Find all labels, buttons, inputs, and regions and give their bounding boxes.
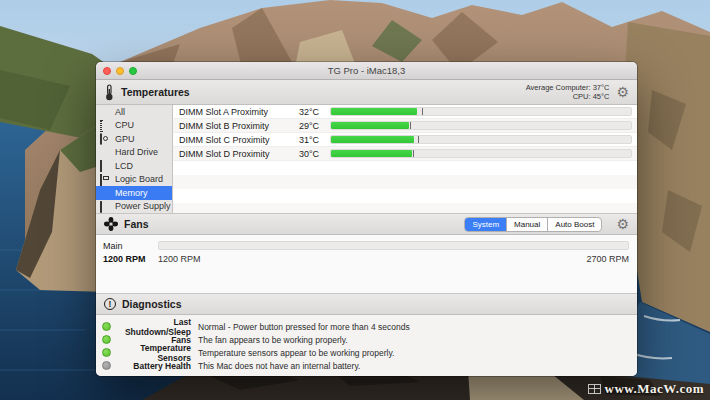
fans-header: Fans System Manual Auto Boost ⚙ [96,213,637,235]
cpu-temp-value: 45°C [593,92,610,101]
gpu-icon [100,134,111,143]
temp-bar [330,107,632,116]
diagnostics-title: Diagnostics [122,298,182,310]
minimize-button[interactable] [116,67,124,75]
sidebar-item-logic-board[interactable]: Logic Board [96,173,172,187]
sidebar-item-hard-drive[interactable]: Hard Drive [96,146,172,160]
sidebar-item-cpu[interactable]: CPU [96,119,172,133]
status-dot [102,348,111,357]
diag-row-temperature-sensors: Temperature Sensors Temperature sensors … [96,346,637,359]
status-dot [102,335,111,344]
avg-computer-value: 37°C [593,83,610,92]
sensor-category-sidebar: All CPU GPU Hard Drive LCD Logic Board M… [96,105,173,213]
temp-row-dimm-a: DIMM Slot A Proximity 32°C [173,105,637,119]
diagnostics-panel: Last Shutdown/Sleep Normal - Power butto… [96,315,637,376]
cpu-chip-icon [100,121,111,130]
logic-board-icon [100,175,111,184]
temp-row-dimm-b: DIMM Slot B Proximity 29°C [173,119,637,133]
thermometer-icon [104,84,115,101]
window-title: TG Pro - iMac18,3 [328,65,406,76]
watermark-text: www.MacW.com [605,381,704,397]
fan-mode-auto-boost[interactable]: Auto Boost [548,218,601,231]
watermark: www.MacW.com [588,381,704,397]
temp-value: 30°C [299,149,330,159]
empty-rows-filler [173,161,637,213]
fan-name-label: Main [103,241,123,251]
sidebar-item-memory[interactable]: Memory [96,186,172,200]
diag-row-battery-health: Battery Health This Mac does not have an… [96,359,637,372]
mac-icon [100,107,111,116]
lcd-display-icon [100,161,111,170]
fan-mode-manual[interactable]: Manual [507,218,548,231]
zoom-button[interactable] [129,67,137,75]
fan-mode-system[interactable]: System [465,218,507,231]
memory-ram-icon [100,188,111,197]
exclamation-circle-icon: ! [104,298,116,310]
temp-value: 29°C [299,121,330,131]
sidebar-item-all[interactable]: All [96,105,172,119]
fan-icon [104,217,118,231]
fan-mode-segmented-control: System Manual Auto Boost [464,217,602,232]
tg-pro-window: TG Pro - iMac18,3 Temperatures Average C… [96,62,637,376]
temperatures-title: Temperatures [121,86,190,98]
diag-row-last-shutdown: Last Shutdown/Sleep Normal - Power butto… [96,320,637,333]
fans-title: Fans [124,218,149,230]
sidebar-item-lcd[interactable]: LCD [96,159,172,173]
traffic-lights [103,67,137,75]
temp-value: 31°C [299,135,330,145]
temperatures-settings-gear-icon[interactable]: ⚙ [616,85,629,99]
temp-value: 32°C [299,107,330,117]
fan-max-rpm: 2700 RPM [586,254,629,264]
diagnostics-header: ! Diagnostics [96,293,637,315]
status-dot [102,322,111,331]
power-plug-icon [100,202,111,211]
temp-bar [330,121,632,130]
close-button[interactable] [103,67,111,75]
status-dot [102,361,111,370]
fans-panel: Main 1200 RPM 1200 RPM 2700 RPM [96,235,637,293]
sidebar-item-gpu[interactable]: GPU [96,132,172,146]
fan-min-rpm: 1200 RPM [158,254,201,264]
fan-speed-slider[interactable] [158,241,629,250]
cpu-temp-label: CPU: [573,92,591,101]
title-bar[interactable]: TG Pro - iMac18,3 [96,62,637,80]
avg-computer-label: Average Computer: [526,83,591,92]
fans-settings-gear-icon[interactable]: ⚙ [616,217,629,231]
hard-drive-icon [100,148,111,157]
temp-bar [330,135,632,144]
temp-bar [330,149,632,158]
temperatures-header: Temperatures Average Computer: 37°C CPU:… [96,80,637,105]
sidebar-item-power-supply[interactable]: Power Supply [96,200,172,214]
temp-row-dimm-c: DIMM Slot C Proximity 31°C [173,133,637,147]
summary-temps: Average Computer: 37°C CPU: 45°C [526,83,610,101]
temp-row-dimm-d: DIMM Slot D Proximity 30°C [173,147,637,161]
fan-current-rpm: 1200 RPM [103,254,146,264]
temperature-rows: DIMM Slot A Proximity 32°C DIMM Slot B P… [173,105,637,213]
watermark-logo-icon [588,384,601,394]
